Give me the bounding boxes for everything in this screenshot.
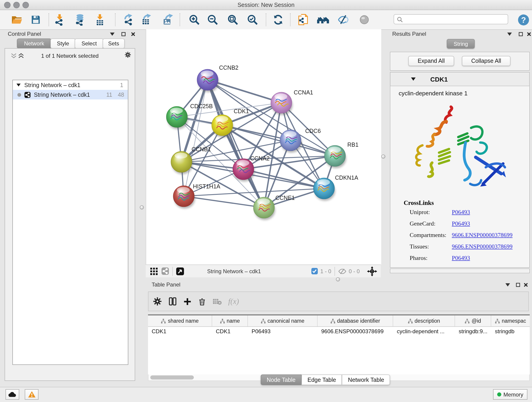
search-input[interactable] xyxy=(403,16,508,22)
export-table-button[interactable] xyxy=(139,12,154,27)
tab-sets[interactable]: Sets xyxy=(103,38,125,49)
zoom-fit-button[interactable] xyxy=(225,12,240,27)
table-panel-float-button[interactable] xyxy=(515,281,521,288)
string-import-button[interactable] xyxy=(296,12,311,27)
column-header-namespace[interactable]: namespac xyxy=(491,315,530,326)
tab-string-results[interactable]: String xyxy=(447,39,475,49)
import-network-file-button[interactable] xyxy=(52,12,67,27)
control-panel-close-button[interactable] xyxy=(130,31,136,37)
network-node-CCNA1[interactable]: CCNA1 xyxy=(271,89,313,115)
show-graphics-details-button[interactable] xyxy=(357,12,372,27)
results-buttons-box: Expand All Collapse All xyxy=(390,52,530,70)
column-header-name[interactable]: name xyxy=(212,315,248,326)
results-panel-menu-button[interactable] xyxy=(506,31,513,37)
column-header-id[interactable]: @id xyxy=(455,315,491,326)
tab-edge-table[interactable]: Edge Table xyxy=(302,375,342,385)
node-label: RB1 xyxy=(347,141,359,148)
plus-icon xyxy=(183,297,191,306)
tab-network[interactable]: Network xyxy=(17,38,51,49)
search-field[interactable] xyxy=(394,14,508,24)
network-node-RB1[interactable]: RB1 xyxy=(324,141,359,168)
save-session-button[interactable] xyxy=(28,12,43,27)
scrollbar-thumb[interactable] xyxy=(150,375,194,380)
table-panel-menu-button[interactable] xyxy=(505,281,511,288)
save-icon xyxy=(30,14,41,25)
table-type-tabs: Node Table Edge Table Network Table xyxy=(261,375,390,385)
network-node-CDC25B[interactable]: CDC25B xyxy=(166,103,213,129)
network-node-CCNE1[interactable]: CCNE1 xyxy=(253,195,295,220)
hierarchy-icon xyxy=(260,318,266,323)
control-panel-menu-button[interactable] xyxy=(109,31,115,37)
string-home-button[interactable] xyxy=(316,12,330,27)
tab-network-table[interactable]: Network Table xyxy=(342,375,390,385)
selected-checkbox-icon[interactable] xyxy=(311,268,318,274)
export-image-button[interactable] xyxy=(160,12,175,27)
zoom-selected-button[interactable] xyxy=(245,12,260,27)
formula-builder-button[interactable]: f(x) xyxy=(228,297,239,306)
network-edge[interactable] xyxy=(184,196,264,208)
columns-icon xyxy=(168,297,177,306)
tree-expander-icon[interactable] xyxy=(17,83,21,87)
add-column-button[interactable] xyxy=(183,297,191,306)
table-row[interactable]: CDK1 CDK1 P06493 9606.ENSP00000378699 cy… xyxy=(148,327,530,337)
birds-eye-view-button[interactable] xyxy=(176,267,184,275)
column-header-description[interactable]: description xyxy=(393,315,455,326)
gene-card-header[interactable]: CDK1 xyxy=(390,72,529,86)
delete-column-button[interactable] xyxy=(198,297,206,306)
node-label: CCNA2 xyxy=(250,155,270,162)
network-row[interactable]: String Network – cdk1 11 48 xyxy=(13,90,128,99)
network-node-CDKN1A[interactable]: CDKN1A xyxy=(313,174,358,201)
float-window-icon xyxy=(519,32,523,36)
grid-mode-button[interactable] xyxy=(150,268,158,275)
eye-ball-icon xyxy=(358,14,370,26)
import-network-database-button[interactable] xyxy=(72,12,87,27)
export-network-button[interactable] xyxy=(121,12,136,27)
tab-style[interactable]: Style xyxy=(51,38,76,49)
memory-button[interactable]: Memory xyxy=(493,389,527,400)
cloud-icon xyxy=(8,391,17,397)
network-canvas[interactable]: CCNB2CCNA1CDC25BCDK1CDC6RB1CCNB1CCNA2CDK… xyxy=(146,29,381,264)
hidden-eye-icon[interactable] xyxy=(338,268,346,274)
pan-crosshair-icon[interactable] xyxy=(367,266,377,276)
table-options-gear-button[interactable] xyxy=(153,297,162,306)
cloud-status-button[interactable] xyxy=(6,389,19,400)
tissues-link[interactable]: 9606.ENSP00000378699 xyxy=(452,243,529,250)
uniprot-link[interactable]: P06493 xyxy=(452,209,529,216)
right-splitter-handle[interactable] xyxy=(381,154,385,159)
column-header-database-identifier[interactable]: database identifier xyxy=(317,315,393,326)
results-panel-close-button[interactable] xyxy=(526,31,532,37)
control-panel-float-button[interactable] xyxy=(120,31,127,37)
network-options-gear-button[interactable] xyxy=(125,51,131,58)
hierarchy-icon xyxy=(465,318,470,323)
show-columns-button[interactable] xyxy=(168,297,177,306)
table-panel-close-button[interactable] xyxy=(522,281,529,288)
column-header-shared-name[interactable]: shared name xyxy=(148,315,212,326)
string-view-button[interactable] xyxy=(161,267,169,275)
expand-all-button[interactable]: Expand All xyxy=(408,56,454,66)
node-label: CDC6 xyxy=(305,128,321,134)
column-header-canonical-name[interactable]: canonical name xyxy=(248,315,317,326)
delete-table-button[interactable] xyxy=(213,298,222,305)
delete-table-icon xyxy=(213,298,222,305)
enhanced-graphics-toggle-button[interactable] xyxy=(336,12,351,27)
tab-node-table[interactable]: Node Table xyxy=(261,375,302,385)
genecard-link[interactable]: P06493 xyxy=(452,220,529,227)
hidden-count: 0 - 0 xyxy=(349,268,360,274)
pharos-link[interactable]: P06493 xyxy=(452,254,529,262)
network-collection-row[interactable]: String Network – cdk1 1 xyxy=(13,80,128,90)
apply-layout-button[interactable] xyxy=(271,12,285,27)
warnings-button[interactable] xyxy=(25,389,38,400)
compartments-link[interactable]: 9606.ENSP00000378699 xyxy=(452,231,529,239)
left-splitter-handle[interactable] xyxy=(140,205,144,210)
tab-select[interactable]: Select xyxy=(75,38,104,49)
collapse-caret-icon[interactable] xyxy=(411,77,416,81)
network-node-CCNB1[interactable]: CCNB1 xyxy=(171,146,211,174)
toolbar-separator xyxy=(266,13,266,26)
open-session-button[interactable] xyxy=(9,12,24,27)
results-panel-float-button[interactable] xyxy=(517,31,524,37)
collapse-all-button[interactable]: Collapse All xyxy=(462,56,510,66)
help-button[interactable]: ? xyxy=(516,12,531,27)
zoom-out-button[interactable] xyxy=(205,12,220,27)
zoom-in-button[interactable] xyxy=(187,12,202,27)
import-table-button[interactable] xyxy=(93,12,107,27)
